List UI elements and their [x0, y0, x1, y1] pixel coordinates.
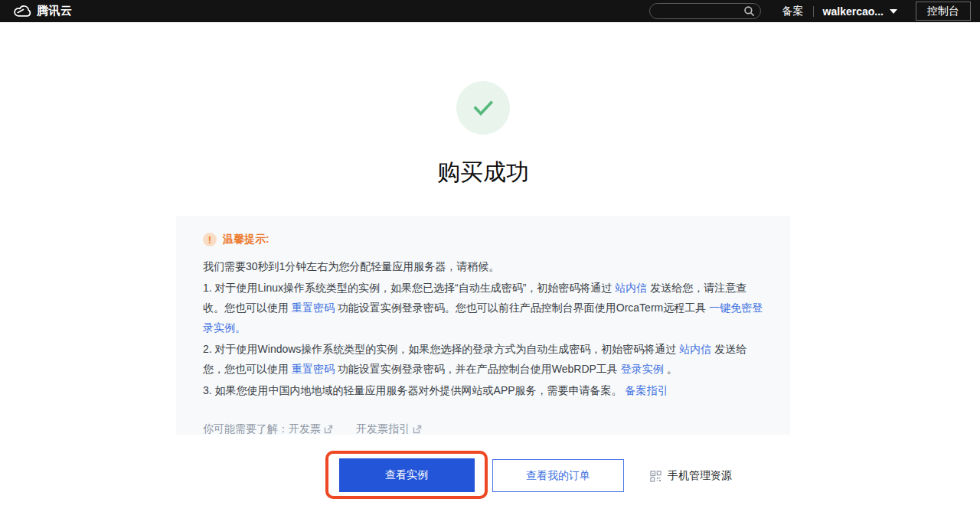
- nav-divider: [813, 6, 814, 17]
- inline-link[interactable]: 重置密码: [292, 302, 335, 314]
- notice-title: 温馨提示:: [223, 233, 270, 246]
- notice-box: ! 温馨提示: 我们需要30秒到1分钟左右为您分配轻量应用服务器，请稍候。 1.…: [176, 216, 790, 435]
- invoice-link-label: 开发票: [289, 422, 321, 436]
- success-check-icon: [456, 81, 510, 135]
- inline-link[interactable]: 登录实例: [621, 363, 664, 375]
- text-segment: 2. 对于使用Windows操作系统类型的实例，如果您选择的登录方式为自动生成密…: [203, 343, 679, 355]
- text-segment: 3. 如果您使用中国内地地域的轻量应用服务器对外提供网站或APP服务，需要申请备…: [203, 384, 625, 396]
- top-navbar: 腾讯云 备案 walkercao... 控制台: [0, 0, 980, 22]
- console-button[interactable]: 控制台: [916, 2, 971, 21]
- footer-label: 你可能需要了解：: [203, 422, 289, 436]
- mobile-manage-label: 手机管理资源: [668, 469, 732, 483]
- navbar-right: 备案 walkercao... 控制台: [649, 0, 971, 22]
- inline-link[interactable]: 站内信: [679, 343, 711, 355]
- text-segment: 功能设置实例登录密码。您也可以前往产品控制台界面使用OrcaTerm远程工具: [335, 302, 709, 314]
- mobile-manage-link[interactable]: 手机管理资源: [650, 469, 732, 483]
- notice-header: ! 温馨提示:: [203, 233, 763, 246]
- text-segment: 功能设置实例登录密码，并在产品控制台使用WebRDP工具: [335, 363, 621, 375]
- notice-intro: 我们需要30秒到1分钟左右为您分配轻量应用服务器，请稍候。: [203, 256, 763, 276]
- actions-row: 查看实例 查看我的订单 手机管理资源: [0, 451, 966, 504]
- brand-name: 腾讯云: [37, 4, 73, 18]
- notice-item: 3. 如果您使用中国内地地域的轻量应用服务器对外提供网站或APP服务，需要申请备…: [203, 380, 763, 400]
- search-box[interactable]: [649, 3, 761, 19]
- text-segment: 。: [664, 363, 678, 375]
- text-segment: 1. 对于使用Linux操作系统类型的实例，如果您已选择“自动生成密码”，初始密…: [203, 282, 615, 294]
- nav-beian[interactable]: 备案: [782, 5, 804, 18]
- external-link-icon: [324, 425, 333, 434]
- inline-link[interactable]: 站内信: [615, 282, 647, 294]
- invoice-guide-link[interactable]: 开发票指引: [356, 422, 422, 436]
- user-menu[interactable]: walkercao...: [823, 5, 897, 18]
- tencent-cloud-logo-icon: [12, 5, 32, 18]
- invoice-guide-link-label: 开发票指引: [356, 422, 410, 436]
- brand[interactable]: 腾讯云: [12, 4, 73, 18]
- invoice-link[interactable]: 开发票: [289, 422, 333, 436]
- notice-item: 1. 对于使用Linux操作系统类型的实例，如果您已选择“自动生成密码”，初始密…: [203, 278, 763, 337]
- annotation-highlight: 查看实例: [325, 451, 488, 499]
- purchase-success-page: 购买成功 ! 温馨提示: 我们需要30秒到1分钟左右为您分配轻量应用服务器，请稍…: [0, 22, 980, 515]
- qr-code-icon: [650, 471, 662, 482]
- view-instance-button[interactable]: 查看实例: [339, 458, 475, 492]
- view-orders-button[interactable]: 查看我的订单: [492, 459, 624, 492]
- warning-icon: !: [203, 233, 217, 246]
- user-name: walkercao...: [823, 5, 884, 18]
- notice-footer: 你可能需要了解： 开发票 开发票指引: [203, 422, 763, 436]
- search-icon[interactable]: [743, 5, 755, 20]
- page-title: 购买成功: [0, 157, 966, 188]
- external-link-icon: [413, 425, 422, 434]
- inline-link[interactable]: 重置密码: [292, 363, 335, 375]
- inline-link[interactable]: 备案指引: [625, 384, 668, 396]
- chevron-down-icon: [890, 9, 897, 14]
- notice-item: 2. 对于使用Windows操作系统类型的实例，如果您选择的登录方式为自动生成密…: [203, 339, 763, 379]
